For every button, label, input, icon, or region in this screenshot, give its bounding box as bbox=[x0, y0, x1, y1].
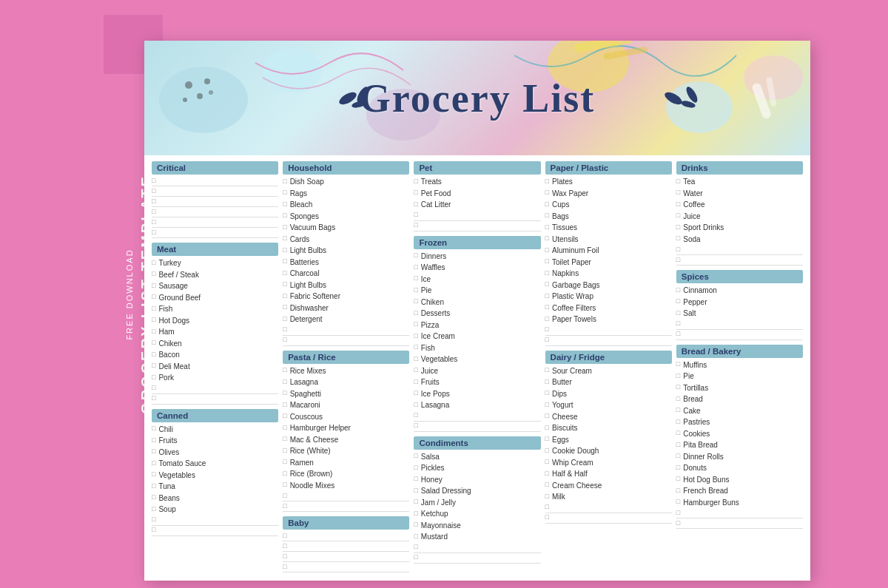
category-household: HouseholdDish SoapRagsBleachSpongesVacuu… bbox=[283, 161, 409, 346]
list-item: Jam / Jelly bbox=[414, 497, 540, 509]
list-item: Spaghetti bbox=[283, 388, 409, 400]
list-item: Utensils bbox=[545, 234, 672, 246]
category-header: Condiments bbox=[414, 436, 540, 450]
list-item: Eggs bbox=[545, 434, 672, 446]
blank-line bbox=[283, 552, 409, 562]
doc-content: CriticalMeatTurkeyBeef / SteakSausageGro… bbox=[144, 155, 810, 581]
list-item: Pork bbox=[152, 372, 278, 384]
category-item-list: TreatsPet FoodCat Litter bbox=[414, 176, 540, 232]
list-item: Sour Cream bbox=[545, 365, 672, 377]
blank-line bbox=[414, 422, 540, 432]
blank-line bbox=[545, 336, 672, 346]
category-item-list: MuffinsPieTortillasBreadCakePastriesCook… bbox=[676, 359, 803, 530]
blank-line bbox=[152, 384, 278, 394]
list-item: Half & Half bbox=[545, 468, 672, 480]
free-download-text: FREE DOWNLOAD bbox=[125, 249, 134, 339]
list-item: Bacon bbox=[152, 349, 278, 361]
list-item: Pet Food bbox=[414, 188, 540, 200]
list-item: Fruits bbox=[414, 376, 540, 388]
list-item: Plates bbox=[545, 176, 672, 188]
svg-point-18 bbox=[663, 89, 684, 107]
column-5: DrinksTeaWaterCoffeeJuiceSport DrinksSod… bbox=[676, 161, 803, 577]
list-item: Salt bbox=[676, 308, 803, 320]
list-item: Chili bbox=[152, 424, 278, 436]
right-leaves bbox=[659, 84, 710, 113]
list-item bbox=[152, 176, 278, 186]
list-item: Butter bbox=[545, 376, 672, 388]
category-condiments: CondimentsSalsaPicklesHoneySalad Dressin… bbox=[414, 436, 540, 564]
category-header: Household bbox=[283, 161, 409, 175]
svg-point-0 bbox=[159, 67, 248, 133]
list-item: Pita Bread bbox=[676, 439, 803, 451]
list-item: Cookies bbox=[676, 428, 803, 440]
category-canned: CannedChiliFruitsOlivesTomato SauceVeget… bbox=[152, 409, 278, 536]
list-item: Soda bbox=[676, 234, 803, 246]
list-item: Napkins bbox=[545, 268, 672, 280]
list-item: Light Bulbs bbox=[283, 245, 409, 257]
list-item: Juice bbox=[414, 365, 540, 377]
list-item: Chiken bbox=[414, 297, 540, 308]
list-item bbox=[152, 186, 278, 197]
list-item: Ramen bbox=[283, 457, 409, 469]
left-leaves bbox=[337, 84, 381, 113]
list-item: Dinners bbox=[414, 251, 540, 263]
blank-line bbox=[676, 330, 803, 340]
list-item: Pizza bbox=[414, 320, 540, 331]
list-item: Ham bbox=[152, 326, 278, 338]
blank-line bbox=[283, 501, 409, 512]
list-item bbox=[152, 207, 278, 217]
list-item: Charcoal bbox=[283, 268, 409, 280]
category-header: Frozen bbox=[414, 236, 540, 249]
category-item-list: ChiliFruitsOlivesTomato SauceVegetablesT… bbox=[152, 424, 278, 536]
list-item: Tissues bbox=[545, 222, 672, 234]
category-header: Paper / Plastic bbox=[545, 161, 672, 175]
list-item: Garbage Bags bbox=[545, 280, 672, 291]
list-item: Milk bbox=[545, 491, 672, 503]
category-header: Meat bbox=[152, 243, 278, 256]
list-item: Waffles bbox=[414, 262, 540, 274]
category-header: Canned bbox=[152, 409, 278, 422]
list-item: Fruits bbox=[152, 435, 278, 447]
blank-line bbox=[676, 245, 803, 255]
list-item bbox=[152, 197, 278, 207]
list-item: Water bbox=[676, 188, 803, 200]
svg-point-7 bbox=[197, 93, 203, 99]
list-item: Turkey bbox=[152, 257, 278, 269]
list-item: Dish Soap bbox=[283, 176, 409, 188]
category-item-list bbox=[283, 531, 409, 572]
category-header: Bread / Bakery bbox=[676, 345, 803, 358]
list-item: Vacuum Bags bbox=[283, 222, 409, 234]
column-3: PetTreatsPet FoodCat LitterFrozenDinners… bbox=[414, 161, 540, 577]
blank-line bbox=[545, 513, 672, 524]
list-item: Tomato Sauce bbox=[152, 458, 278, 470]
column-1: CriticalMeatTurkeyBeef / SteakSausageGro… bbox=[152, 161, 278, 577]
blank-line bbox=[152, 217, 278, 228]
blank-line bbox=[545, 325, 672, 336]
category-dairy---fridge: Dairy / FridgeSour CreamButterDipsYogurt… bbox=[545, 351, 672, 524]
category-meat: MeatTurkeyBeef / SteakSausageGround Beef… bbox=[152, 243, 278, 405]
list-item: Desserts bbox=[414, 308, 540, 320]
list-item: Pickles bbox=[414, 462, 540, 474]
list-item: Whip Cream bbox=[545, 457, 672, 469]
blank-line bbox=[283, 531, 409, 541]
list-item: Wax Paper bbox=[545, 188, 672, 200]
list-item: Couscous bbox=[283, 411, 409, 423]
list-item: Tuna bbox=[152, 481, 278, 493]
category-item-list: Sour CreamButterDipsYogurtCheeseBiscuits… bbox=[545, 365, 672, 524]
list-item: Plastic Wrap bbox=[545, 291, 672, 303]
list-item: Rice (White) bbox=[283, 445, 409, 457]
list-item: Pepper bbox=[676, 297, 803, 308]
list-item: Olives bbox=[152, 447, 278, 459]
list-item: Hamburger Buns bbox=[676, 497, 803, 509]
list-item: Tea bbox=[676, 176, 803, 188]
list-item: Muffins bbox=[676, 359, 803, 371]
svg-point-10 bbox=[209, 90, 213, 95]
list-item: Yogurt bbox=[545, 399, 672, 411]
category-drinks: DrinksTeaWaterCoffeeJuiceSport DrinksSod… bbox=[676, 161, 803, 266]
document-header: Grocery List bbox=[144, 41, 810, 155]
list-item: Vegetables bbox=[414, 354, 540, 365]
blank-line bbox=[152, 516, 278, 526]
category-header: Pasta / Rice bbox=[283, 351, 409, 364]
list-item: Donuts bbox=[676, 462, 803, 474]
category-header: Pet bbox=[414, 161, 540, 175]
